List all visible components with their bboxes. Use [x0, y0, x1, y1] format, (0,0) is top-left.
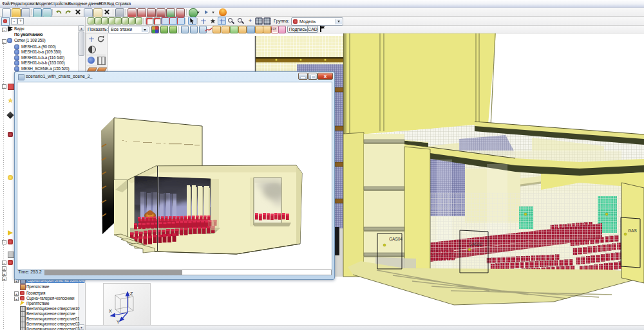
svg-text:GAS: GAS	[628, 228, 637, 233]
svg-text:Z: Z	[130, 291, 133, 296]
svg-text:Y: Y	[117, 320, 120, 324]
svg-text:GAS02: GAS02	[469, 242, 482, 246]
svg-text:X: X	[109, 309, 112, 313]
svg-text:GAS04: GAS04	[389, 237, 402, 241]
